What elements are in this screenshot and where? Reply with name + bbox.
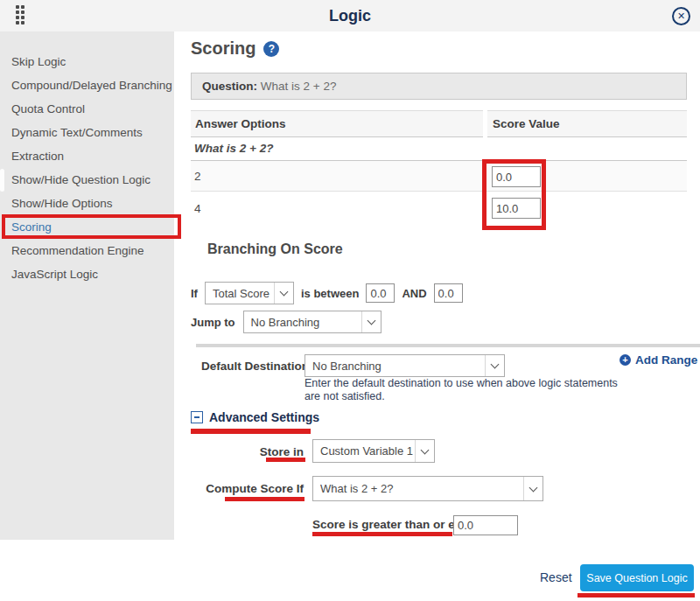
- compute-score-if-label: Compute Score If: [201, 482, 304, 495]
- if-label: If: [191, 287, 198, 300]
- sidebar-item-skip-logic[interactable]: Skip Logic: [0, 50, 174, 73]
- store-in-label: Store in: [201, 445, 304, 458]
- add-icon: +: [620, 354, 631, 366]
- sidebar-item-recommendation-engine[interactable]: Recommendation Engine: [0, 239, 174, 262]
- annotation-underline-save-button: [578, 593, 695, 598]
- page-title-label: Scoring: [191, 38, 256, 59]
- dialog-title: Logic: [0, 0, 700, 31]
- score-source-select[interactable]: Total Score: [205, 282, 294, 304]
- annotation-underline-store-in: [266, 458, 305, 462]
- annotation-underline-advanced-settings: [191, 429, 311, 434]
- collapse-icon: [191, 411, 203, 423]
- sidebar-scrollbar-thumb[interactable]: [0, 169, 4, 192]
- and-label: AND: [402, 287, 426, 300]
- annotation-box-score-inputs: [482, 159, 546, 230]
- logic-dialog: Logic ✕ Skip Logic Compound/Delayed Bran…: [0, 0, 700, 601]
- default-destination-label: Default Destination: [201, 360, 302, 373]
- close-icon[interactable]: ✕: [672, 7, 690, 25]
- sidebar-item-show-hide-question-logic[interactable]: Show/Hide Question Logic: [0, 168, 174, 192]
- section-divider: [196, 344, 700, 347]
- default-destination-select[interactable]: No Branching: [304, 354, 505, 377]
- annotation-underline-compute-score-if: [225, 497, 304, 501]
- save-question-logic-button[interactable]: Save Question Logic: [580, 564, 694, 591]
- jump-to-select[interactable]: No Branching: [243, 311, 382, 333]
- range-max-input[interactable]: [434, 283, 463, 303]
- question-summary-box: Question: What is 2 + 2?: [191, 73, 687, 100]
- sidebar-item-quota-control[interactable]: Quota Control: [0, 97, 174, 121]
- help-icon[interactable]: ?: [263, 41, 279, 57]
- answer-row: 4: [191, 192, 687, 226]
- sidebar-item-javascript-logic[interactable]: JavaScript Logic: [0, 262, 174, 286]
- chevron-down-icon: [523, 477, 542, 500]
- question-text: What is 2 + 2?: [261, 80, 337, 93]
- annotation-box-scoring-item: [2, 214, 181, 239]
- answer-row: 2: [191, 161, 687, 192]
- chevron-down-icon: [415, 440, 434, 462]
- chevron-down-icon: [485, 355, 504, 376]
- score-threshold-input[interactable]: [453, 515, 518, 535]
- column-header-answer-options: Answer Options: [191, 110, 483, 137]
- sidebar-item-dynamic-text-comments[interactable]: Dynamic Text/Comments: [0, 121, 174, 144]
- annotation-underline-score-threshold: [312, 532, 452, 536]
- question-group-row: What is 2 + 2?: [191, 137, 687, 161]
- logic-sidebar: Skip Logic Compound/Delayed Branching Qu…: [0, 31, 174, 540]
- jump-to-row: Jump to No Branching: [191, 310, 382, 334]
- add-range-link[interactable]: + Add Range: [620, 353, 697, 367]
- default-destination-helper-text: Enter the default destination to use whe…: [304, 377, 620, 403]
- range-min-input[interactable]: [366, 283, 395, 303]
- column-header-score-value: Score Value: [487, 110, 687, 137]
- sidebar-item-compound-delayed-branching[interactable]: Compound/Delayed Branching: [0, 73, 174, 97]
- store-in-select[interactable]: Custom Variable 1: [312, 439, 435, 463]
- advanced-settings-toggle[interactable]: Advanced Settings: [191, 410, 319, 424]
- sidebar-item-show-hide-options[interactable]: Show/Hide Options: [0, 192, 174, 215]
- sidebar-item-extraction[interactable]: Extraction: [0, 144, 174, 168]
- page-title: Scoring ?: [191, 38, 279, 59]
- chevron-down-icon: [361, 311, 381, 332]
- branching-condition-row: If Total Score is between AND: [191, 281, 463, 305]
- branching-heading: Branching On Score: [207, 241, 343, 257]
- question-label: Question:: [202, 80, 257, 93]
- chevron-down-icon: [274, 283, 293, 304]
- reset-link[interactable]: Reset: [540, 570, 572, 584]
- is-between-label: is between: [301, 287, 359, 300]
- compute-score-if-select[interactable]: What is 2 + 2?: [312, 476, 543, 501]
- jump-to-label: Jump to: [191, 316, 235, 329]
